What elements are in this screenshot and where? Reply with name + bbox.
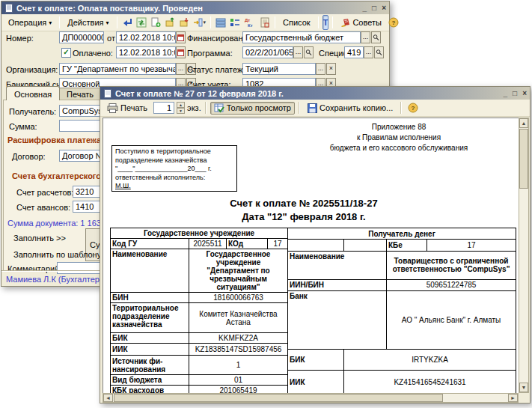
help-icon[interactable]: ? [388, 15, 400, 30]
clear-icon[interactable]: × [326, 63, 336, 75]
tips-button[interactable]: Советы [337, 16, 385, 29]
fill-link[interactable]: Заполнить >> [13, 234, 66, 243]
gu-header-cell: Государственное учреждение [111, 228, 288, 239]
select-button[interactable]: ... [316, 63, 325, 75]
new-document-button[interactable] [150, 15, 162, 30]
chevron-down-icon: ▾ [204, 19, 207, 25]
maximize-icon[interactable]: □ [513, 89, 517, 97]
scroll-up-icon[interactable]: ▲ [519, 118, 528, 128]
kbe-label: КБе [387, 240, 427, 251]
bank-label: Банк [288, 291, 387, 349]
structure-button[interactable] [215, 15, 227, 30]
select-button[interactable]: ... [361, 31, 370, 43]
magnifier-icon[interactable] [371, 31, 381, 43]
fill-template-link[interactable]: Заполнить по шаблону [13, 250, 101, 259]
svg-text:?: ? [391, 19, 395, 26]
copies-unit-label: экз. [187, 103, 201, 112]
front-window-titlebar[interactable]: Счет к оплате № 27 от 12 февраля 2018 г.… [100, 87, 530, 100]
close-icon[interactable]: × [522, 89, 527, 97]
filter-toggle-button[interactable]: Т [322, 15, 329, 30]
list-button[interactable]: Список [279, 16, 314, 28]
front-window-toolbar: Печать 1 ▲ ▼ экз. Только просмотр Сохран… [100, 100, 530, 117]
vertical-scrollbar[interactable]: ▲ ▼ [519, 118, 529, 393]
svg-text:Кт: Кт [248, 23, 253, 28]
back-window-titlebar[interactable]: Счет к оплате: Оплата поставщику. Провед… [1, 1, 389, 14]
program-field[interactable]: 02/2/201/065/ [242, 46, 293, 58]
payment-status-field[interactable]: Текущий [242, 63, 316, 75]
kod-gu-label: Код ГУ [111, 239, 189, 249]
vertical-scroll-thumb[interactable] [519, 129, 528, 189]
territory-value: Комитет Казначейства Астана [189, 303, 288, 333]
spin-down-icon[interactable]: ▼ [177, 108, 185, 114]
budget-type-label: Вид бюджета [111, 375, 189, 386]
magnifier-icon[interactable] [304, 46, 314, 58]
financing-field[interactable]: Государственный бюджет [242, 31, 361, 43]
tab-main[interactable]: Основная [6, 86, 60, 100]
date-field[interactable]: 12.02.2018 10:00:00 [116, 31, 176, 43]
specifics-field[interactable]: 419 [344, 46, 364, 58]
back-window-toolbar: Операция ▾ Действия ▾ ▾ ДтКт Список Т Со… [1, 14, 389, 31]
close-icon[interactable]: × [382, 4, 386, 12]
tab-print[interactable]: Печать [58, 88, 102, 100]
toolbar-separator [275, 16, 275, 28]
save-copy-button[interactable]: Сохранить копию... [304, 102, 397, 115]
empty-cell [288, 240, 344, 251]
minimize-icon[interactable]: _ [504, 89, 508, 97]
calendar-icon[interactable] [176, 31, 186, 43]
maximize-icon[interactable]: □ [372, 4, 376, 12]
printer-icon [107, 103, 118, 113]
copies-stepper[interactable]: ▲ ▼ [177, 102, 185, 114]
operation-menu-button[interactable]: Операция ▾ [4, 16, 55, 28]
payment-details-header: Расшифровка платежа [7, 136, 101, 144]
select-button[interactable]: ... [364, 46, 373, 58]
select-button[interactable]: ... [293, 46, 303, 58]
paid-date-field[interactable]: 12.02.2018 10:00:00 [116, 46, 176, 58]
contract-label: Договор: [12, 152, 46, 161]
settings-list-button[interactable] [229, 15, 241, 30]
paid-checkbox[interactable]: ✓ [61, 48, 71, 58]
iik-right-value: KZ415416545241631 [344, 371, 516, 394]
number-label: Номер: [6, 34, 34, 43]
actions-menu-button[interactable]: Действия ▾ [64, 16, 112, 28]
checklist-icon [230, 17, 240, 28]
send-arrow-icon [193, 17, 204, 28]
toolbar-separator [318, 16, 319, 28]
send-button[interactable]: ▾ [192, 15, 207, 30]
minimize-icon[interactable]: _ [363, 4, 367, 12]
spin-up-icon[interactable]: ▲ [177, 102, 185, 108]
load-box-icon [165, 17, 175, 28]
payment-status-label: Статус платежа: [187, 65, 250, 74]
advance-account-field[interactable]: 1410 [73, 201, 103, 213]
scroll-left-icon[interactable]: ◄ [103, 394, 113, 402]
load-button[interactable] [164, 15, 176, 30]
document-icon [4, 4, 13, 13]
help-icon[interactable]: ? [406, 100, 421, 115]
organization-label: Организация: [6, 65, 58, 74]
magnifier-icon[interactable] [374, 46, 384, 58]
organization-field[interactable]: ГУ "Департамент по чрезвычайным [59, 63, 176, 75]
print-button[interactable]: Печать [103, 102, 151, 115]
scroll-right-icon[interactable]: ► [508, 394, 518, 402]
copies-field[interactable]: 1 [153, 102, 174, 114]
program-label: Программа: [187, 49, 233, 58]
gu-table: Государственное учреждение Код ГУ 202551… [110, 228, 288, 395]
front-window-title: Счет к оплате № 27 от 12 февраля 2018 г. [115, 89, 284, 98]
settlement-account-field[interactable]: 3210 [73, 186, 103, 198]
calendar-icon[interactable] [176, 46, 186, 58]
post-document-button[interactable] [121, 15, 133, 30]
scroll-down-icon[interactable]: ▼ [519, 383, 528, 392]
horizontal-scroll-thumb[interactable] [114, 394, 443, 402]
back-window-title: Счет к оплате: Оплата поставщику. Провед… [16, 4, 203, 13]
view-only-toggle[interactable]: Только просмотр [210, 102, 295, 115]
horizontal-scrollbar[interactable]: ◄ ► [103, 393, 519, 403]
debit-credit-button[interactable]: ДтКт [243, 15, 257, 30]
amount-label: Сумма: [9, 122, 37, 131]
select-button[interactable]: ... [176, 63, 186, 75]
journal-button[interactable] [259, 15, 271, 30]
number-field[interactable]: ДП000000027 [59, 31, 104, 43]
refresh-button[interactable] [135, 15, 147, 30]
unload-button[interactable] [178, 15, 190, 30]
iin-label: ИИН/БИН [288, 279, 387, 290]
iin-value: 509651224785 [387, 279, 516, 290]
from-label: от [107, 34, 115, 43]
